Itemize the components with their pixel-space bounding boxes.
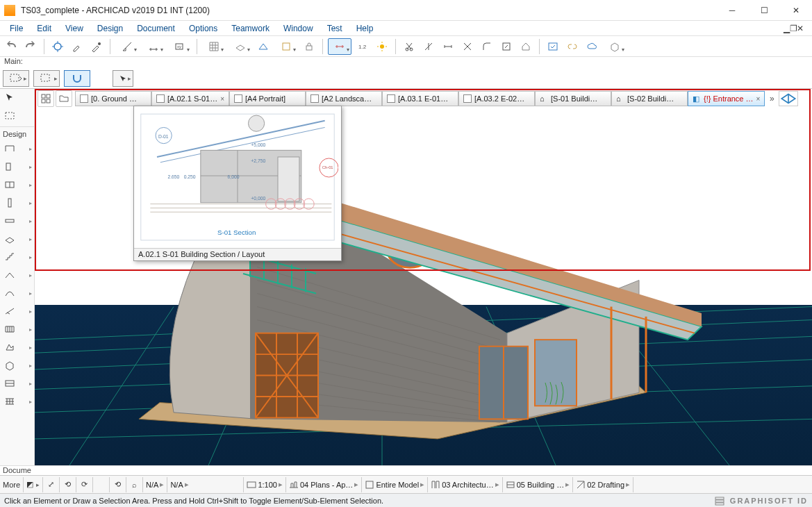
wall-tool[interactable] — [0, 140, 34, 158]
mdi-controls[interactable]: ▁ ❐ ✕ — [777, 22, 809, 35]
zoom-out-button[interactable]: ⤢ — [43, 477, 60, 492]
fit-button[interactable]: ⌕ — [126, 477, 143, 492]
more-button[interactable]: More — [0, 477, 24, 492]
marquee-tool[interactable] — [0, 107, 34, 125]
arrow-mode-button[interactable] — [113, 70, 133, 87]
door-tool[interactable] — [0, 158, 34, 176]
svg-rect-83 — [278, 157, 299, 201]
window-tool[interactable] — [0, 176, 34, 194]
pick-icon[interactable] — [49, 38, 66, 55]
plane-icon[interactable] — [255, 38, 272, 55]
cloud-icon[interactable] — [583, 38, 600, 55]
grid3d-icon[interactable] — [229, 38, 252, 55]
arrow-tool[interactable] — [0, 89, 34, 107]
curtain-tool[interactable] — [0, 320, 34, 338]
dim-num-icon[interactable]: 1.2 — [354, 38, 371, 55]
menu-file[interactable]: File — [3, 22, 30, 35]
tab-entrance[interactable]: ◧{!} Entrance …× — [688, 91, 765, 106]
svg-text:+0,000: +0,000 — [251, 196, 265, 201]
zoom-prev-button[interactable]: ⟲ — [60, 477, 76, 492]
tab-a2[interactable]: [A2 Landsca… — [306, 91, 382, 106]
check-icon[interactable] — [545, 38, 561, 55]
marquee-pick-button[interactable] — [3, 70, 29, 87]
home-icon[interactable] — [517, 38, 534, 55]
cut-icon[interactable] — [401, 38, 417, 55]
docume-label: Docume — [0, 465, 812, 475]
svg-rect-20 — [10, 74, 19, 81]
viewport-area[interactable]: [0. Ground … [A.02.1 S-01…× [A4 Portrait… — [35, 89, 812, 465]
menu-options[interactable]: Options — [182, 22, 224, 35]
marquee-rect-button[interactable] — [33, 70, 60, 87]
menu-view[interactable]: View — [58, 22, 90, 35]
dimension-icon[interactable] — [328, 38, 351, 55]
tab-ground[interactable]: [0. Ground … — [75, 91, 151, 106]
skylight-tool[interactable] — [0, 302, 34, 320]
inject-icon[interactable] — [88, 38, 105, 55]
opt1-button[interactable]: ◩ — [24, 477, 43, 492]
column-tool[interactable] — [0, 194, 34, 212]
menu-teamwork[interactable]: Teamwork — [224, 22, 276, 35]
svg-rect-21 — [41, 74, 49, 81]
seg-arch[interactable]: 03 Architectu… — [442, 481, 494, 489]
link-icon[interactable] — [564, 38, 581, 55]
maximize-button[interactable]: ☐ — [748, 0, 780, 21]
orbit-button[interactable]: ⟲ — [110, 477, 126, 492]
lock-icon[interactable] — [301, 38, 317, 55]
morph-tool[interactable] — [0, 338, 34, 356]
seg-model[interactable]: Entire Model — [376, 481, 419, 489]
stair-tool[interactable] — [0, 248, 34, 266]
measure-tool-icon[interactable] — [142, 38, 165, 55]
magnet-button[interactable] — [64, 70, 90, 87]
roof-tool[interactable] — [0, 266, 34, 284]
menu-design[interactable]: Design — [90, 22, 130, 35]
tab-3d-button[interactable] — [779, 91, 798, 106]
menu-document[interactable]: Document — [130, 22, 182, 35]
scale-value[interactable]: 1:100 — [258, 481, 277, 489]
tab-folder-icon[interactable] — [56, 90, 72, 107]
tab-a031[interactable]: [A.03.1 E-01… — [382, 91, 458, 106]
zoom-next-button[interactable]: ⟳ — [76, 477, 93, 492]
adjust-icon[interactable] — [440, 38, 456, 55]
undo-icon[interactable] — [3, 38, 19, 55]
main-label: Main: — [0, 57, 812, 68]
split-icon[interactable] — [420, 38, 437, 55]
fillet-icon[interactable] — [479, 38, 495, 55]
tab-s02[interactable]: ⌂[S-02 Buildi… — [611, 91, 688, 106]
tab-s01[interactable]: ⌂[S-01 Buildi… — [535, 91, 611, 106]
tab-a4[interactable]: [A4 Portrait] — [229, 91, 306, 106]
close-button[interactable]: ✕ — [780, 0, 812, 21]
resize-icon[interactable] — [498, 38, 515, 55]
seg-plans[interactable]: 04 Plans - Ap… — [300, 481, 353, 489]
tab-a032[interactable]: [A.03.2 E-02… — [458, 91, 535, 106]
brand-label[interactable]: GRAPHISOFT ID — [730, 497, 808, 505]
shell-tool[interactable] — [0, 284, 34, 302]
grid-icon[interactable] — [202, 38, 226, 55]
eyedrop-icon[interactable] — [69, 38, 85, 55]
menu-help[interactable]: Help — [349, 22, 381, 35]
zone-tool[interactable] — [0, 374, 34, 392]
minimize-button[interactable]: ─ — [716, 0, 748, 21]
tabs-overflow-button[interactable]: » — [765, 94, 779, 103]
ruler-tool-icon[interactable] — [115, 38, 139, 55]
menu-edit[interactable]: Edit — [30, 22, 58, 35]
tab-grid-icon[interactable] — [38, 90, 54, 107]
beam-tool[interactable] — [0, 212, 34, 230]
svg-rect-32 — [42, 99, 45, 103]
tab-a021[interactable]: [A.02.1 S-01…× — [151, 91, 229, 106]
menu-test[interactable]: Test — [320, 22, 349, 35]
seg-drafting[interactable]: 02 Drafting — [587, 481, 624, 489]
trace-icon[interactable] — [274, 38, 298, 55]
seg-building[interactable]: 05 Building … — [517, 481, 565, 489]
intersect-icon[interactable] — [459, 38, 476, 55]
menu-window[interactable]: Window — [276, 22, 320, 35]
object-tool[interactable] — [0, 356, 34, 374]
sun-icon[interactable] — [374, 38, 390, 55]
coord-tool-icon[interactable]: xy — [168, 38, 192, 55]
slab-tool[interactable] — [0, 230, 34, 248]
mesh-tool[interactable] — [0, 392, 34, 410]
close-tab-icon[interactable]: × — [756, 95, 761, 103]
stack-icon[interactable] — [715, 496, 724, 506]
box-tool-icon[interactable] — [603, 38, 627, 55]
redo-icon[interactable] — [22, 38, 39, 55]
close-tab-icon[interactable]: × — [220, 95, 224, 103]
